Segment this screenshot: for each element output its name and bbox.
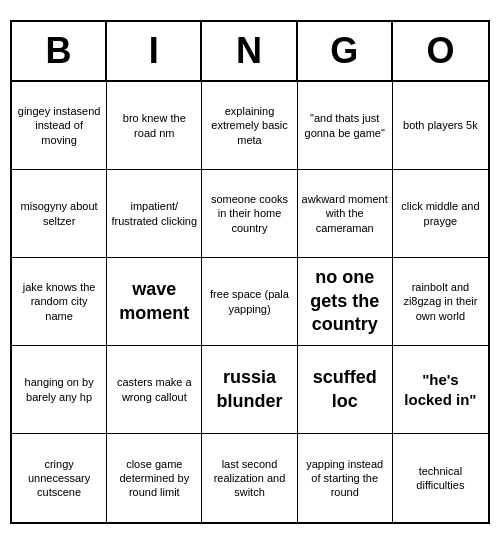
header-n: N	[202, 22, 297, 80]
bingo-cell-1[interactable]: bro knew the road nm	[107, 82, 202, 170]
header-b: B	[12, 22, 107, 80]
bingo-cell-20[interactable]: cringy unnecessary cutscene	[12, 434, 107, 522]
bingo-cell-13[interactable]: no one gets the country	[298, 258, 393, 346]
bingo-cell-text-16: casters make a wrong callout	[111, 375, 197, 404]
bingo-cell-10[interactable]: jake knows the random city name	[12, 258, 107, 346]
bingo-cell-22[interactable]: last second realization and switch	[202, 434, 297, 522]
bingo-cell-4[interactable]: both players 5k	[393, 82, 488, 170]
bingo-cell-text-10: jake knows the random city name	[16, 280, 102, 323]
bingo-cell-7[interactable]: someone cooks in their home country	[202, 170, 297, 258]
bingo-cell-text-13: no one gets the country	[302, 266, 388, 336]
header-i: I	[107, 22, 202, 80]
bingo-cell-text-9: click middle and prayge	[397, 199, 484, 228]
bingo-cell-24[interactable]: technical difficulties	[393, 434, 488, 522]
bingo-grid: gingey instasend instead of movingbro kn…	[12, 82, 488, 522]
bingo-cell-21[interactable]: close game determined by round limit	[107, 434, 202, 522]
bingo-cell-text-24: technical difficulties	[397, 464, 484, 493]
bingo-cell-text-18: scuffed loc	[302, 366, 388, 413]
bingo-cell-text-7: someone cooks in their home country	[206, 192, 292, 235]
bingo-cell-text-20: cringy unnecessary cutscene	[16, 457, 102, 500]
bingo-cell-text-21: close game determined by round limit	[111, 457, 197, 500]
bingo-cell-text-0: gingey instasend instead of moving	[16, 104, 102, 147]
bingo-cell-text-19: "he's locked in"	[397, 370, 484, 409]
bingo-cell-text-4: both players 5k	[403, 118, 478, 132]
bingo-cell-16[interactable]: casters make a wrong callout	[107, 346, 202, 434]
bingo-cell-9[interactable]: click middle and prayge	[393, 170, 488, 258]
bingo-cell-text-23: yapping instead of starting the round	[302, 457, 388, 500]
bingo-cell-text-6: impatient/ frustrated clicking	[111, 199, 197, 228]
bingo-cell-0[interactable]: gingey instasend instead of moving	[12, 82, 107, 170]
bingo-cell-17[interactable]: russia blunder	[202, 346, 297, 434]
bingo-cell-14[interactable]: rainbolt and zi8gzag in their own world	[393, 258, 488, 346]
bingo-cell-15[interactable]: hanging on by barely any hp	[12, 346, 107, 434]
bingo-cell-text-12: free space (pala yapping)	[206, 287, 292, 316]
bingo-cell-text-14: rainbolt and zi8gzag in their own world	[397, 280, 484, 323]
bingo-cell-text-1: bro knew the road nm	[111, 111, 197, 140]
bingo-cell-3[interactable]: "and thats just gonna be game"	[298, 82, 393, 170]
bingo-cell-12[interactable]: free space (pala yapping)	[202, 258, 297, 346]
header-o: O	[393, 22, 488, 80]
bingo-cell-text-2: explaining extremely basic meta	[206, 104, 292, 147]
bingo-cell-2[interactable]: explaining extremely basic meta	[202, 82, 297, 170]
bingo-cell-18[interactable]: scuffed loc	[298, 346, 393, 434]
bingo-cell-text-8: awkward moment with the cameraman	[302, 192, 388, 235]
bingo-cell-text-11: wave moment	[111, 278, 197, 325]
header-g: G	[298, 22, 393, 80]
bingo-cell-text-22: last second realization and switch	[206, 457, 292, 500]
bingo-cell-text-15: hanging on by barely any hp	[16, 375, 102, 404]
bingo-header: B I N G O	[12, 22, 488, 82]
bingo-cell-11[interactable]: wave moment	[107, 258, 202, 346]
bingo-cell-6[interactable]: impatient/ frustrated clicking	[107, 170, 202, 258]
bingo-cell-5[interactable]: misogyny about seltzer	[12, 170, 107, 258]
bingo-cell-text-17: russia blunder	[206, 366, 292, 413]
bingo-cell-19[interactable]: "he's locked in"	[393, 346, 488, 434]
bingo-cell-text-3: "and thats just gonna be game"	[302, 111, 388, 140]
bingo-cell-text-5: misogyny about seltzer	[16, 199, 102, 228]
bingo-cell-23[interactable]: yapping instead of starting the round	[298, 434, 393, 522]
bingo-cell-8[interactable]: awkward moment with the cameraman	[298, 170, 393, 258]
bingo-card: B I N G O gingey instasend instead of mo…	[10, 20, 490, 524]
